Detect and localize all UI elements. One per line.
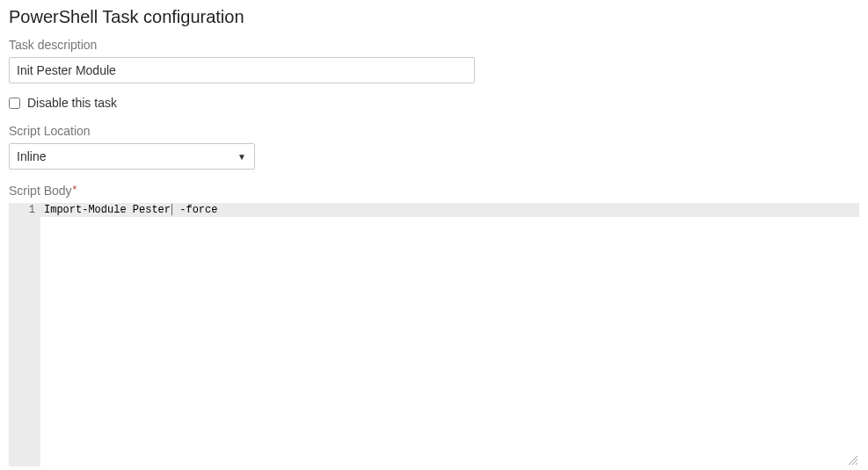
svg-line-2 [856, 463, 857, 465]
resize-handle-icon[interactable] [849, 456, 857, 465]
script-body-editor[interactable]: 1 Import-Module Pester -force [9, 203, 859, 466]
task-description-input[interactable] [9, 57, 475, 83]
script-body-label: Script Body* [9, 184, 859, 198]
text-cursor [171, 204, 172, 215]
code-line[interactable]: Import-Module Pester -force [40, 203, 859, 217]
disable-task-checkbox[interactable] [9, 98, 20, 109]
line-number: 1 [9, 203, 35, 217]
code-content[interactable]: Import-Module Pester -force [40, 203, 859, 466]
script-location-select[interactable]: Inline [9, 143, 255, 170]
script-location-label: Script Location [9, 124, 859, 138]
required-indicator: * [73, 184, 77, 196]
code-gutter: 1 [9, 203, 40, 466]
task-description-label: Task description [9, 38, 859, 52]
disable-task-label: Disable this task [27, 96, 117, 110]
page-title: PowerShell Task configuration [9, 7, 859, 27]
